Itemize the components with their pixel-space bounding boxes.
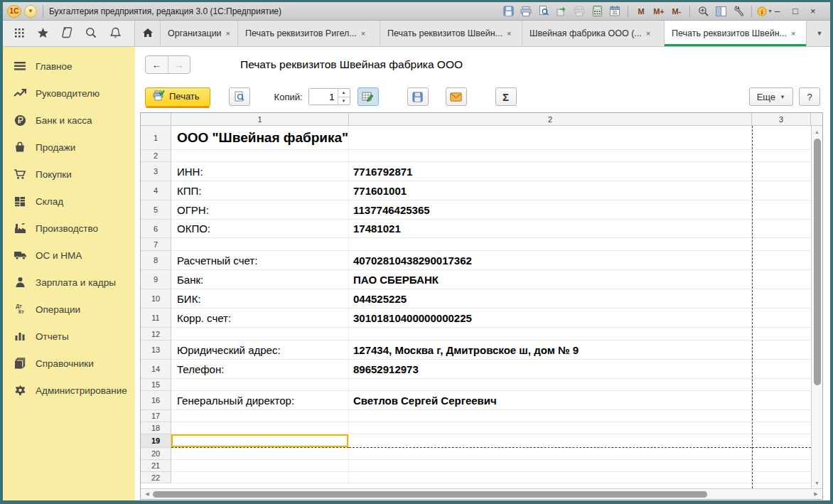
- sidebar-item-1[interactable]: Главное: [3, 53, 135, 80]
- cell-value[interactable]: 30101810400000000225: [349, 309, 752, 328]
- calendar-icon[interactable]: 31: [607, 4, 623, 18]
- save-icon[interactable]: [500, 4, 516, 18]
- cell-label[interactable]: [171, 410, 349, 422]
- cell-empty[interactable]: [752, 289, 811, 309]
- preview-button[interactable]: [229, 87, 250, 106]
- history-button[interactable]: [60, 26, 75, 41]
- service-tools-icon[interactable]: [731, 4, 746, 18]
- sidebar-item-7[interactable]: Производство: [3, 215, 135, 242]
- cell-label[interactable]: [171, 379, 349, 391]
- back-button[interactable]: ←: [146, 56, 168, 73]
- row-number[interactable]: 6: [141, 220, 171, 238]
- cell-empty[interactable]: [752, 360, 811, 379]
- row-number[interactable]: 16: [141, 391, 171, 410]
- cell-label[interactable]: КПП:: [171, 181, 349, 200]
- column-header-2[interactable]: 2: [349, 113, 752, 126]
- sidebar-item-6[interactable]: Склад: [3, 188, 135, 215]
- cell-empty[interactable]: [752, 472, 811, 483]
- copies-decrement-button[interactable]: ▼: [338, 97, 350, 105]
- sidebar-item-8[interactable]: ОС и НМА: [3, 242, 135, 269]
- memory-m-plus-button[interactable]: M+: [651, 4, 667, 18]
- cell-label[interactable]: Генеральный директор:: [171, 391, 349, 410]
- cell-empty[interactable]: [752, 251, 811, 270]
- copies-increment-button[interactable]: ▲: [338, 89, 350, 97]
- cell-empty[interactable]: [752, 309, 811, 328]
- home-button[interactable]: [135, 21, 161, 46]
- row-number[interactable]: 14: [141, 360, 171, 379]
- cell-empty[interactable]: [752, 328, 811, 341]
- more-button[interactable]: Еще ▼: [749, 87, 793, 106]
- cell-empty[interactable]: [752, 448, 811, 460]
- cell-empty[interactable]: [752, 460, 811, 472]
- email-button[interactable]: [446, 87, 467, 106]
- sync-icon[interactable]: [554, 4, 569, 18]
- print-button[interactable]: Печать: [145, 87, 210, 107]
- sidebar-item-9[interactable]: Зарплата и кадры: [3, 269, 135, 296]
- tab-3[interactable]: Печать реквизитов Швейн...×: [380, 21, 522, 46]
- cell-value[interactable]: [349, 379, 752, 391]
- cell-label[interactable]: [171, 150, 349, 162]
- cell-empty[interactable]: [752, 434, 811, 448]
- sidebar-item-5[interactable]: Покупки: [3, 161, 135, 188]
- tab-4[interactable]: Швейная фабрика ООО (...×: [522, 21, 665, 46]
- cell-value[interactable]: [349, 460, 752, 472]
- sidebar-item-3[interactable]: Банк и касса: [3, 107, 135, 134]
- cell-label[interactable]: ОГРН:: [171, 200, 349, 220]
- cell-value[interactable]: [349, 448, 752, 460]
- row-number[interactable]: 17: [141, 410, 171, 422]
- horizontal-scroll-thumb[interactable]: [153, 491, 707, 498]
- cell-label[interactable]: [171, 448, 349, 460]
- column-header-1[interactable]: 1: [171, 113, 349, 126]
- cell-value[interactable]: [349, 238, 752, 251]
- print-preview-icon[interactable]: [536, 4, 552, 18]
- cell-empty[interactable]: [752, 181, 811, 200]
- forward-button[interactable]: →: [168, 56, 190, 73]
- sidebar-item-4[interactable]: Продажи: [3, 134, 135, 161]
- row-number[interactable]: 12: [141, 328, 171, 341]
- search-button[interactable]: [83, 26, 99, 41]
- save-button[interactable]: [407, 87, 429, 106]
- row-number[interactable]: 10: [141, 289, 171, 309]
- tab-close-icon[interactable]: ×: [226, 29, 230, 38]
- column-header-3[interactable]: 3: [752, 113, 811, 126]
- tab-2[interactable]: Печать реквизитов Ригел...×: [238, 21, 380, 46]
- vertical-scroll-thumb[interactable]: [814, 139, 821, 385]
- row-number[interactable]: 8: [141, 251, 171, 270]
- cell-value[interactable]: 7716792871: [349, 162, 752, 181]
- print-icon[interactable]: [518, 4, 534, 18]
- row-number[interactable]: 20: [141, 448, 171, 460]
- cell-value[interactable]: Светлов Сергей Сергеевич: [349, 391, 752, 410]
- scroll-right-arrow[interactable]: ▶: [812, 491, 820, 497]
- tab-close-icon[interactable]: ×: [507, 29, 511, 38]
- calculator-icon[interactable]: [589, 4, 605, 18]
- cell-empty[interactable]: [752, 410, 811, 422]
- cell-value[interactable]: [349, 422, 752, 434]
- scroll-left-arrow[interactable]: ◀: [143, 491, 151, 497]
- minimize-button[interactable]: –: [775, 4, 790, 18]
- row-number[interactable]: 1: [141, 126, 171, 150]
- cell-label[interactable]: Телефон:: [171, 360, 349, 379]
- copies-input[interactable]: [309, 89, 338, 104]
- cell-label[interactable]: Корр. счет:: [171, 309, 349, 328]
- sidebar-item-11[interactable]: Отчеты: [3, 323, 135, 350]
- horizontal-scrollbar[interactable]: ◀ ▶: [141, 488, 822, 499]
- cell-empty[interactable]: [752, 391, 811, 410]
- row-number[interactable]: 5: [141, 200, 171, 220]
- close-button[interactable]: ×: [810, 4, 826, 18]
- cell-label[interactable]: [171, 460, 349, 472]
- scroll-up-arrow[interactable]: ▲: [815, 127, 819, 136]
- cell-empty[interactable]: [752, 150, 811, 162]
- cell-label[interactable]: ОКПО:: [171, 220, 349, 238]
- split-view-icon[interactable]: [713, 4, 729, 18]
- selected-cell[interactable]: [171, 434, 349, 448]
- cell-value[interactable]: 40702810438290017362: [349, 251, 752, 270]
- cell-value[interactable]: 771601001: [349, 181, 752, 200]
- cell-value[interactable]: 89652912973: [349, 360, 752, 379]
- edit-table-button[interactable]: [358, 87, 379, 106]
- vertical-scrollbar[interactable]: ▲ ▼: [811, 126, 822, 488]
- cell-label[interactable]: [171, 422, 349, 434]
- sidebar-item-2[interactable]: Руководителю: [3, 80, 135, 107]
- cell-label[interactable]: ООО "Швейная фабрика": [171, 126, 349, 150]
- tab-1[interactable]: Организации×: [161, 21, 238, 46]
- sidebar-item-13[interactable]: Администрирование: [3, 377, 135, 404]
